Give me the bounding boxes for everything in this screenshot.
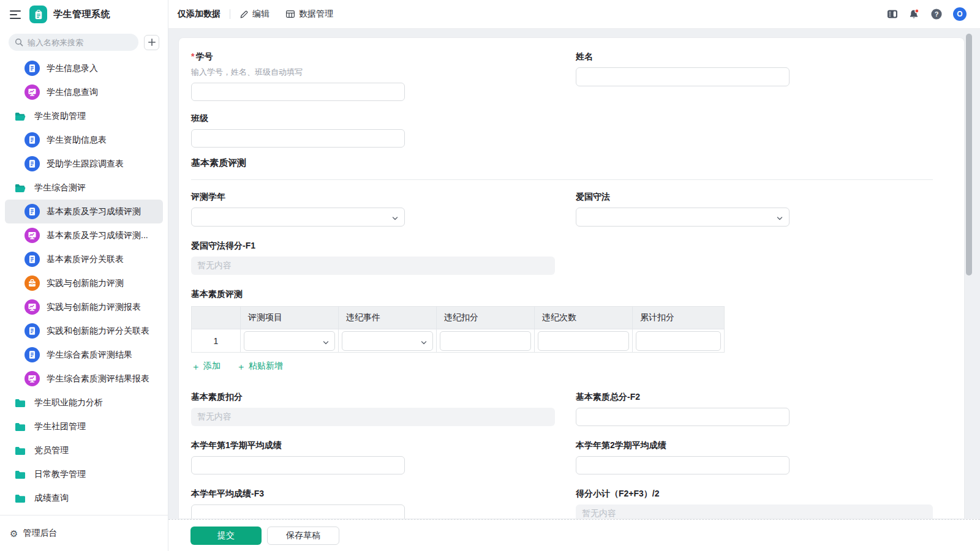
field-quality-table: 基本素质评测 评测项目 违纪事件 违纪扣分 违纪次数 累计扣分 1	[191, 289, 725, 372]
app-title: 学生管理系统	[53, 9, 110, 20]
data-manage-button[interactable]: 数据管理	[285, 9, 333, 20]
total-deduction-input[interactable]	[636, 331, 721, 351]
f1-readonly-field: 暂无内容	[191, 257, 555, 275]
sidebar-item[interactable]: 基本素质及学习成绩评测	[5, 200, 163, 223]
table-actions: ＋添加 ＋粘贴新增	[191, 361, 725, 372]
main-area: 仅添加数据 编辑 数据管理	[168, 0, 980, 551]
column-header: 违纪事件	[339, 307, 437, 329]
deduction-label: 基本素质扣分	[191, 392, 555, 403]
deduction-readonly-field: 暂无内容	[191, 408, 555, 426]
doc-icon	[24, 132, 40, 148]
sem2-label: 本学年第2学期平均成绩	[576, 440, 790, 451]
sidebar-item[interactable]: 基本素质评分关联表	[5, 247, 163, 271]
sidebar-item[interactable]: 党员管理	[5, 438, 163, 462]
patriotism-select[interactable]	[576, 208, 790, 227]
notification-bell-icon[interactable]	[908, 9, 920, 20]
violation-count-input[interactable]	[538, 331, 629, 351]
paste-add-button[interactable]: ＋粘贴新增	[236, 361, 283, 372]
help-icon[interactable]: ?	[930, 8, 943, 20]
table-header-row: 评测项目 违纪事件 违纪扣分 违纪次数 累计扣分	[192, 307, 725, 329]
save-draft-button[interactable]: 保存草稿	[267, 527, 339, 545]
sidebar: 学生管理系统 学生信息录入学生信息查询学生资助管理学生资助信息表受助学生跟踪调查…	[0, 0, 168, 551]
doc-icon	[24, 347, 40, 362]
subtotal-readonly-field: 暂无内容	[576, 504, 933, 519]
doc-icon	[24, 61, 40, 76]
eval-year-select[interactable]	[191, 208, 405, 227]
edit-button[interactable]: 编辑	[239, 9, 270, 20]
sidebar-item[interactable]: 实践与创新能力评测报表	[5, 295, 163, 319]
folder-icon	[12, 490, 28, 506]
doc-icon	[24, 252, 40, 267]
search-box[interactable]	[9, 34, 138, 51]
sidebar-item-label: 基本素质评分关联表	[47, 254, 124, 265]
field-patriotism: 爱国守法	[576, 192, 790, 227]
plus-icon: ＋	[191, 362, 200, 371]
sidebar-item[interactable]: 学生信息录入	[5, 56, 163, 80]
violation-event-select[interactable]	[342, 331, 433, 351]
f3-input[interactable]	[191, 504, 405, 519]
field-class: 班级	[191, 113, 405, 148]
sidebar-item-label: 实践与创新能力评测报表	[47, 302, 141, 313]
sidebar-item[interactable]: 日常教学管理	[5, 462, 163, 486]
student-id-input[interactable]	[191, 83, 405, 101]
panel-toggle-icon[interactable]	[887, 9, 898, 20]
report-icon	[24, 228, 40, 243]
chevron-down-icon	[391, 214, 399, 225]
sidebar-item[interactable]: 受助学生跟踪调查表	[5, 152, 163, 176]
sidebar-item[interactable]: 学生资助信息表	[5, 128, 163, 152]
avatar[interactable]: O	[953, 7, 967, 21]
search-input[interactable]	[28, 38, 132, 47]
sidebar-item[interactable]: 学生职业能力分析	[5, 391, 163, 414]
section-basic-quality: 基本素质评测	[191, 157, 933, 180]
f2-input[interactable]	[576, 408, 790, 426]
submit-button[interactable]: 提交	[190, 527, 262, 545]
sidebar-item[interactable]: 实践与创新能力评测	[5, 271, 163, 295]
form-card: * 学号 输入学号，姓名、班级自动填写 姓名 班级 基本素质评测 评测学年	[178, 37, 965, 519]
field-subtotal: 得分小计（F2+F3）/2 暂无内容	[576, 489, 933, 519]
field-name: 姓名	[576, 51, 790, 86]
report-icon	[24, 371, 40, 386]
f1-label: 爱国守法得分-F1	[191, 241, 555, 252]
sem1-input[interactable]	[191, 456, 405, 474]
add-table-button[interactable]	[144, 35, 159, 50]
sidebar-item[interactable]: 学生综合素质评测结果	[5, 343, 163, 367]
sidebar-item[interactable]: 学生信息查询	[5, 80, 163, 104]
pencil-icon	[239, 10, 249, 19]
field-sem2: 本学年第2学期平均成绩	[576, 440, 790, 474]
sidebar-item-label: 受助学生跟踪调查表	[47, 159, 124, 170]
edit-label: 编辑	[252, 9, 270, 20]
field-f3: 本学年平均成绩-F3	[191, 489, 405, 519]
sidebar-item-label: 实践和创新能力评分关联表	[47, 326, 149, 337]
sem2-input[interactable]	[576, 456, 790, 474]
sidebar-item[interactable]: 基本素质及学习成绩评测...	[5, 223, 163, 247]
class-input[interactable]	[191, 129, 405, 148]
field-f1: 爱国守法得分-F1 暂无内容	[191, 241, 555, 275]
name-input[interactable]	[576, 67, 790, 86]
sidebar-item[interactable]: 学生社团管理	[5, 414, 163, 438]
violation-deduction-input[interactable]	[440, 331, 531, 351]
report-icon	[24, 299, 40, 315]
student-id-helper: 输入学号，姓名、班级自动填写	[191, 67, 405, 78]
collapse-sidebar-icon[interactable]	[10, 10, 21, 19]
add-row-button[interactable]: ＋添加	[191, 361, 221, 372]
eval-item-select[interactable]	[244, 331, 335, 351]
plus-icon: ＋	[236, 362, 246, 371]
sidebar-item[interactable]: 实践和创新能力评分关联表	[5, 319, 163, 343]
toolbar-divider	[230, 9, 230, 19]
sidebar-item-label: 实践与创新能力评测	[47, 278, 124, 289]
admin-backend-button[interactable]: ⚙ 管理后台	[0, 515, 168, 551]
sidebar-item[interactable]: 学生综合素质测评结果报表	[5, 367, 163, 391]
sidebar-item[interactable]: 学生资助管理	[5, 104, 163, 128]
sidebar-item[interactable]: 成绩查询	[5, 486, 163, 510]
doc-icon	[24, 323, 40, 339]
sidebar-item-label: 日常教学管理	[34, 469, 86, 480]
sidebar-item-label: 学生信息查询	[47, 87, 98, 98]
sidebar-item[interactable]: 学生综合测评	[5, 176, 163, 200]
vertical-scrollbar[interactable]	[966, 34, 972, 276]
f3-label: 本学年平均成绩-F3	[191, 489, 405, 500]
sidebar-item-label: 学生综合测评	[34, 182, 86, 193]
tab-add-data-only[interactable]: 仅添加数据	[178, 9, 221, 20]
table-grid-icon	[285, 9, 295, 19]
f2-label: 基本素质总分-F2	[576, 392, 790, 403]
sidebar-item-label: 成绩查询	[34, 493, 69, 504]
